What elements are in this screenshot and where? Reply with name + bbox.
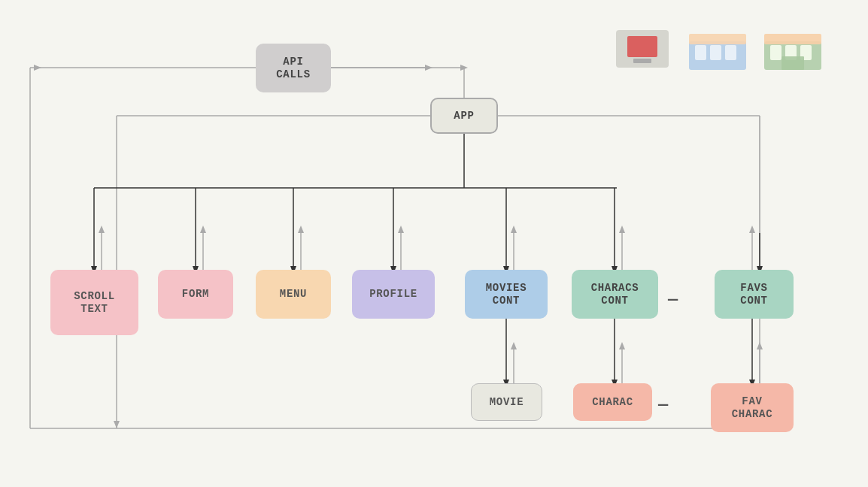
svg-rect-61 (633, 59, 651, 63)
svg-rect-65 (710, 45, 721, 60)
svg-marker-35 (398, 225, 404, 233)
svg-marker-3 (34, 65, 41, 71)
form-label: FORM (182, 288, 209, 301)
svg-rect-60 (627, 36, 657, 57)
charac-label: CHARAC (592, 396, 633, 409)
dash-separator-1: — (668, 291, 676, 310)
diagram: API CALLS APP SCROLL TEXT FORM MENU PROF… (0, 0, 868, 487)
blue-store-icon (687, 23, 748, 71)
movie-node: MOVIE (471, 383, 542, 421)
svg-marker-48 (511, 342, 517, 349)
characs-cont-label: CHARACS CONT (591, 282, 639, 307)
svg-rect-64 (695, 45, 706, 60)
fav-charac-node: FAV CHARAC (711, 383, 794, 432)
charac-node: CHARAC (573, 383, 652, 421)
app-node: APP (430, 98, 498, 134)
svg-marker-58 (425, 65, 432, 71)
movies-cont-label: MOVIES CONT (486, 282, 527, 307)
menu-node: MENU (256, 270, 331, 319)
scroll-text-node: SCROLL TEXT (50, 270, 138, 335)
scroll-text-label: SCROLL TEXT (74, 290, 115, 316)
svg-marker-56 (757, 342, 763, 349)
svg-rect-72 (782, 56, 804, 70)
movies-cont-node: MOVIES CONT (465, 270, 548, 319)
form-node: FORM (158, 270, 233, 319)
svg-marker-31 (200, 225, 206, 233)
svg-rect-66 (725, 45, 736, 60)
svg-marker-13 (114, 421, 120, 428)
dash-separator-2: — (658, 396, 666, 415)
svg-marker-52 (619, 342, 625, 349)
svg-marker-39 (619, 225, 625, 233)
svg-marker-29 (99, 225, 105, 233)
svg-marker-33 (298, 225, 304, 233)
svg-rect-63 (689, 34, 746, 44)
red-store-icon (612, 23, 672, 71)
fav-charac-label: FAV CHARAC (732, 395, 773, 421)
profile-node: PROFILE (352, 270, 435, 319)
app-label: APP (454, 110, 474, 123)
favs-cont-label: FAVS CONT (740, 282, 767, 307)
svg-marker-37 (511, 225, 517, 233)
characs-cont-node: CHARACS CONT (572, 270, 658, 319)
movie-label: MOVIE (490, 396, 524, 409)
favs-cont-node: FAVS CONT (715, 270, 794, 319)
profile-label: PROFILE (369, 288, 417, 301)
api-calls-node: API CALLS (256, 44, 331, 92)
svg-marker-41 (749, 225, 755, 233)
svg-rect-68 (764, 34, 821, 44)
api-calls-label: API CALLS (276, 56, 311, 81)
svg-rect-69 (770, 45, 782, 60)
svg-marker-5 (460, 65, 468, 71)
menu-label: MENU (280, 288, 307, 301)
green-store-icon (763, 23, 823, 71)
store-icons-group (612, 23, 823, 71)
